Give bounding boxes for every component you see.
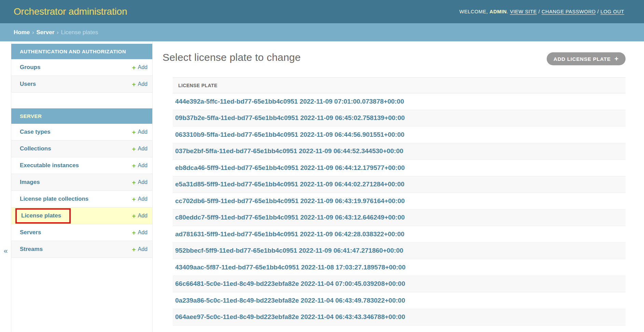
log-out-link[interactable]: LOG OUT [601,9,624,14]
table-row: 0a239a86-5c0c-11ed-8c49-bd223ebfa82e 202… [173,292,626,309]
add-users-link[interactable]: +Add [132,81,148,88]
breadcrumb-separator: › [56,29,59,36]
add-license-plates-link[interactable]: +Add [132,213,148,219]
add-label: Add [138,146,148,152]
add-executable-instances-link[interactable]: +Add [132,162,148,169]
table-row: 66c66481-5c0e-11ed-8c49-bd223ebfa82e 202… [173,276,626,292]
add-label: Add [138,196,148,202]
plus-icon: + [132,162,136,169]
add-label: Add [138,229,148,236]
welcome-text: WELCOME, [459,9,488,14]
header-row: LICENSE PLATE [173,78,626,93]
add-label: Add [138,179,148,185]
user-tools: WELCOME, ADMIN. VIEW SITE / CHANGE PASSW… [459,9,624,14]
page: Orchestrator administration WELCOME, ADM… [0,0,644,332]
add-streams-link[interactable]: +Add [132,246,148,253]
sidebar-item-license-plates: License plates +Add [11,208,152,224]
table-row: cc702db6-5ff9-11ed-bd77-65e1bb4c0951 202… [173,193,626,210]
link-separator: / [538,9,540,14]
add-label: Add [138,246,148,252]
username-suffix: . [507,9,508,14]
license-plate-link[interactable]: 037be2bf-5ffa-11ed-bd77-65e1bb4c0951 202… [175,147,403,155]
plus-icon: + [132,229,136,236]
sidebar-item-executable-instances-link[interactable]: Executable instances [20,162,79,169]
sidebar-item-servers-link[interactable]: Servers [20,229,41,236]
add-groups-link[interactable]: +Add [132,64,148,71]
table-row: 063310b9-5ffa-11ed-bd77-65e1bb4c0951 202… [173,127,626,143]
license-plate-link[interactable]: 09b37b2e-5ffa-11ed-bd77-65e1bb4c0951 202… [175,114,405,121]
sidebar-item-images-link[interactable]: Images [20,179,40,186]
license-plate-link[interactable]: 952bbecf-5ff9-11ed-bd77-65e1bb4c0951 202… [175,247,403,254]
sidebar-item-license-plates-link[interactable]: License plates [21,212,61,219]
license-plate-link[interactable]: 064aee97-5c0c-11ed-8c49-bd223ebfa82e 202… [175,313,405,320]
sidebar-item-case-types-link[interactable]: Case types [20,129,51,135]
add-label: Add [138,129,148,135]
sidebar-item-collections-link[interactable]: Collections [20,145,51,152]
add-license-plate-collections-link[interactable]: +Add [132,196,148,202]
sidebar-item-license-plate-collections: License plate collections +Add [11,191,152,208]
breadcrumb-home-link[interactable]: Home [14,29,30,36]
sidebar-section-auth-rows: Groups +Add Users +Add [11,59,152,93]
add-servers-link[interactable]: +Add [132,229,148,236]
sidebar-item-case-types: Case types +Add [11,124,152,141]
sidebar-item-license-plate-collections-link[interactable]: License plate collections [20,196,88,202]
license-plate-link[interactable]: eb8dca46-5ff9-11ed-bd77-65e1bb4c0951 202… [175,164,405,171]
results-table: LICENSE PLATE 444e392a-5ffc-11ed-bd77-65… [173,77,626,326]
add-collections-link[interactable]: +Add [132,146,148,152]
license-plate-link[interactable]: 66c66481-5c0e-11ed-8c49-bd223ebfa82e 202… [175,280,405,287]
annotation-highlight-box: License plates [15,208,71,224]
add-case-types-link[interactable]: +Add [132,129,148,135]
breadcrumb: Home › Server › License plates [0,23,644,41]
license-plate-link[interactable]: cc702db6-5ff9-11ed-bd77-65e1bb4c0951 202… [175,197,405,204]
add-label: Add [138,81,148,87]
sidebar-section-server: SERVER Case types +Add Collections +Add … [11,108,152,258]
sidebar-section-auth-title: AUTHENTICATION AND AUTHORIZATION [11,44,152,59]
plus-icon: + [132,64,136,71]
sidebar-item-streams-link[interactable]: Streams [20,246,43,253]
table-row: c80eddc7-5ff9-11ed-bd77-65e1bb4c0951 202… [173,209,626,226]
table-row: eb8dca46-5ff9-11ed-bd77-65e1bb4c0951 202… [173,160,626,176]
table-row: 43409aac-5f87-11ed-bd77-65e1bb4c0951 202… [173,259,626,276]
app-title[interactable]: Orchestrator administration [14,6,127,17]
breadcrumb-server-link[interactable]: Server [36,29,54,36]
view-site-link[interactable]: VIEW SITE [510,9,537,14]
sidebar-toggle-strip: « [0,41,11,332]
license-plate-link[interactable]: 43409aac-5f87-11ed-bd77-65e1bb4c0951 202… [175,264,405,271]
table-row: 09b37b2e-5ffa-11ed-bd77-65e1bb4c0951 202… [173,110,626,127]
sidebar-item-collections: Collections +Add [11,141,152,157]
table-row: e5a31d85-5ff9-11ed-bd77-65e1bb4c0951 202… [173,176,626,193]
nav-sidebar: AUTHENTICATION AND AUTHORIZATION Groups … [11,41,153,332]
license-plate-link[interactable]: 444e392a-5ffc-11ed-bd77-65e1bb4c0951 202… [175,98,404,105]
table-row: 952bbecf-5ff9-11ed-bd77-65e1bb4c0951 202… [173,242,626,259]
sidebar-section-server-title: SERVER [11,108,152,124]
change-password-link[interactable]: CHANGE PASSWORD [542,9,596,14]
sidebar-item-servers: Servers +Add [11,224,152,241]
license-plate-link[interactable]: c80eddc7-5ff9-11ed-bd77-65e1bb4c0951 202… [175,214,405,221]
add-label: Add [138,213,148,219]
sidebar-item-groups-link[interactable]: Groups [20,64,40,71]
license-plate-link[interactable]: e5a31d85-5ff9-11ed-bd77-65e1bb4c0951 202… [175,181,404,188]
sidebar-item-streams: Streams +Add [11,241,152,258]
username: ADMIN [490,9,507,14]
plus-icon: + [132,196,136,202]
license-plate-link[interactable]: 063310b9-5ffa-11ed-bd77-65e1bb4c0951 202… [175,131,404,138]
license-plate-link[interactable]: ad781631-5ff9-11ed-bd77-65e1bb4c0951 202… [175,230,404,238]
column-header-license-plate[interactable]: LICENSE PLATE [173,78,626,93]
plus-icon: + [132,146,136,152]
plus-icon: + [132,129,136,135]
plus-icon: + [132,81,136,88]
license-plate-link[interactable]: 0a239a86-5c0c-11ed-8c49-bd223ebfa82e 202… [175,297,405,304]
add-license-plate-button[interactable]: ADD LICENSE PLATE + [547,52,626,65]
table-row: 037be2bf-5ffa-11ed-bd77-65e1bb4c0951 202… [173,143,626,160]
add-label: Add [138,64,148,70]
plus-icon: + [615,55,619,62]
sidebar-item-users-link[interactable]: Users [20,81,36,88]
table-row: 444e392a-5ffc-11ed-bd77-65e1bb4c0951 202… [173,93,626,110]
breadcrumb-current: License plates [61,29,98,36]
page-title: Select license plate to change [163,52,301,63]
body-row: « AUTHENTICATION AND AUTHORIZATION Group… [0,41,644,332]
add-images-link[interactable]: +Add [132,179,148,186]
collapse-sidebar-button[interactable]: « [1,246,10,255]
plus-icon: + [132,213,136,219]
sidebar-item-groups: Groups +Add [11,59,152,76]
